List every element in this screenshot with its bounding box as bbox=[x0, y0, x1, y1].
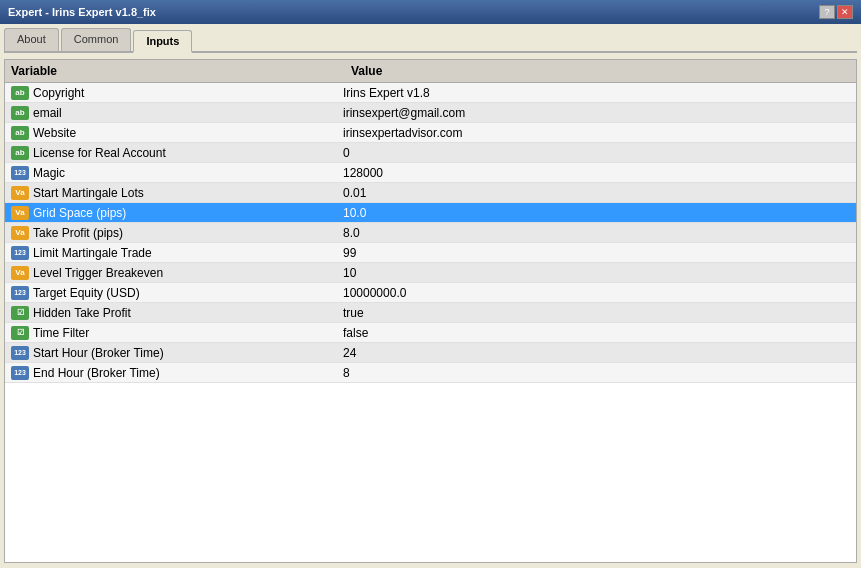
table-row[interactable]: 123 Magic 128000 bbox=[5, 163, 856, 183]
row-variable-name: Limit Martingale Trade bbox=[33, 246, 343, 260]
table-row[interactable]: 123 Limit Martingale Trade 99 bbox=[5, 243, 856, 263]
row-type-icon: 123 bbox=[11, 246, 29, 260]
row-variable-name: Website bbox=[33, 126, 343, 140]
row-variable-name: Copyright bbox=[33, 86, 343, 100]
table-row[interactable]: Va Start Martingale Lots 0.01 bbox=[5, 183, 856, 203]
row-variable-name: Level Trigger Breakeven bbox=[33, 266, 343, 280]
table-row[interactable]: ☑ Hidden Take Profit true bbox=[5, 303, 856, 323]
row-variable-name: Start Hour (Broker Time) bbox=[33, 346, 343, 360]
row-variable-name: License for Real Account bbox=[33, 146, 343, 160]
close-button[interactable]: ✕ bbox=[837, 5, 853, 19]
row-value: false bbox=[343, 326, 850, 340]
window-title: Expert - Irins Expert v1.8_fix bbox=[8, 6, 156, 18]
window-body: About Common Inputs Variable Value ab Co… bbox=[0, 24, 861, 568]
row-type-icon: ab bbox=[11, 146, 29, 160]
row-value: Irins Expert v1.8 bbox=[343, 86, 850, 100]
row-value: 8.0 bbox=[343, 226, 850, 240]
row-type-icon: ☑ bbox=[11, 326, 29, 340]
table-row[interactable]: Va Grid Space (pips) 10.0 bbox=[5, 203, 856, 223]
content-panel: Variable Value ab Copyright Irins Expert… bbox=[4, 59, 857, 563]
table-row[interactable]: 123 Target Equity (USD) 10000000.0 bbox=[5, 283, 856, 303]
table-row[interactable]: 123 Start Hour (Broker Time) 24 bbox=[5, 343, 856, 363]
row-variable-name: email bbox=[33, 106, 343, 120]
row-value: 8 bbox=[343, 366, 850, 380]
table-row[interactable]: ab Copyright Irins Expert v1.8 bbox=[5, 83, 856, 103]
tab-common[interactable]: Common bbox=[61, 28, 132, 51]
row-type-icon: ☑ bbox=[11, 306, 29, 320]
row-variable-name: Time Filter bbox=[33, 326, 343, 340]
table-row[interactable]: Va Level Trigger Breakeven 10 bbox=[5, 263, 856, 283]
row-variable-name: Start Martingale Lots bbox=[33, 186, 343, 200]
row-type-icon: Va bbox=[11, 206, 29, 220]
row-type-icon: 123 bbox=[11, 166, 29, 180]
row-type-icon: 123 bbox=[11, 366, 29, 380]
table-row[interactable]: 123 End Hour (Broker Time) 8 bbox=[5, 363, 856, 383]
row-variable-name: Grid Space (pips) bbox=[33, 206, 343, 220]
table-row[interactable]: ☑ Time Filter false bbox=[5, 323, 856, 343]
row-value: 99 bbox=[343, 246, 850, 260]
row-variable-name: Magic bbox=[33, 166, 343, 180]
table-body: ab Copyright Irins Expert v1.8 ab email … bbox=[5, 83, 856, 383]
row-value: 10.0 bbox=[343, 206, 850, 220]
tab-bar: About Common Inputs bbox=[4, 28, 857, 53]
row-value: 10 bbox=[343, 266, 850, 280]
row-variable-name: End Hour (Broker Time) bbox=[33, 366, 343, 380]
row-value: 0.01 bbox=[343, 186, 850, 200]
tab-inputs[interactable]: Inputs bbox=[133, 30, 192, 53]
row-variable-name: Take Profit (pips) bbox=[33, 226, 343, 240]
row-type-icon: ab bbox=[11, 126, 29, 140]
title-bar-controls: ? ✕ bbox=[819, 5, 853, 19]
row-value: 128000 bbox=[343, 166, 850, 180]
row-type-icon: 123 bbox=[11, 346, 29, 360]
row-variable-name: Hidden Take Profit bbox=[33, 306, 343, 320]
title-bar: Expert - Irins Expert v1.8_fix ? ✕ bbox=[0, 0, 861, 24]
row-value: 0 bbox=[343, 146, 850, 160]
row-type-icon: Va bbox=[11, 186, 29, 200]
table-header: Variable Value bbox=[5, 60, 856, 83]
row-type-icon: ab bbox=[11, 86, 29, 100]
help-button[interactable]: ? bbox=[819, 5, 835, 19]
row-value: true bbox=[343, 306, 850, 320]
row-value: 24 bbox=[343, 346, 850, 360]
col-header-variable: Variable bbox=[11, 64, 351, 78]
row-value: 10000000.0 bbox=[343, 286, 850, 300]
table-row[interactable]: ab email irinsexpert@gmail.com bbox=[5, 103, 856, 123]
row-value: irinsexpertadvisor.com bbox=[343, 126, 850, 140]
row-type-icon: Va bbox=[11, 266, 29, 280]
col-header-value: Value bbox=[351, 64, 850, 78]
row-type-icon: ab bbox=[11, 106, 29, 120]
row-type-icon: 123 bbox=[11, 286, 29, 300]
table-row[interactable]: Va Take Profit (pips) 8.0 bbox=[5, 223, 856, 243]
table-row[interactable]: ab License for Real Account 0 bbox=[5, 143, 856, 163]
row-type-icon: Va bbox=[11, 226, 29, 240]
row-value: irinsexpert@gmail.com bbox=[343, 106, 850, 120]
tab-about[interactable]: About bbox=[4, 28, 59, 51]
row-variable-name: Target Equity (USD) bbox=[33, 286, 343, 300]
table-row[interactable]: ab Website irinsexpertadvisor.com bbox=[5, 123, 856, 143]
